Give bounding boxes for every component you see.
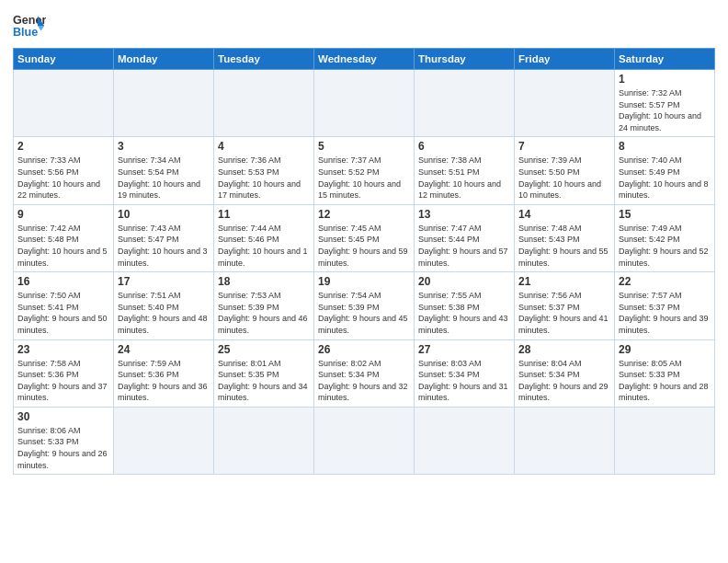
weekday-header-wednesday: Wednesday [314,49,415,70]
day-number: 3 [118,140,210,153]
day-cell: 15Sunrise: 7:49 AM Sunset: 5:42 PM Dayli… [615,204,715,271]
header: General Blue [13,9,715,42]
day-info: Sunrise: 7:42 AM Sunset: 5:48 PM Dayligh… [17,223,109,269]
day-cell: 29Sunrise: 8:05 AM Sunset: 5:33 PM Dayli… [615,339,715,407]
day-info: Sunrise: 7:56 AM Sunset: 5:37 PM Dayligh… [518,290,610,336]
day-info: Sunrise: 8:03 AM Sunset: 5:34 PM Dayligh… [418,358,510,404]
day-info: Sunrise: 7:34 AM Sunset: 5:54 PM Dayligh… [118,155,210,201]
day-number: 10 [118,208,210,221]
day-cell: 28Sunrise: 8:04 AM Sunset: 5:34 PM Dayli… [515,339,615,407]
day-cell: 11Sunrise: 7:44 AM Sunset: 5:46 PM Dayli… [214,204,314,271]
day-cell: 2Sunrise: 7:33 AM Sunset: 5:56 PM Daylig… [14,137,114,204]
day-cell: 14Sunrise: 7:48 AM Sunset: 5:43 PM Dayli… [515,204,615,271]
day-cell [415,407,515,474]
day-cell: 4Sunrise: 7:36 AM Sunset: 5:53 PM Daylig… [214,137,314,204]
svg-text:Blue: Blue [13,26,38,39]
day-cell: 9Sunrise: 7:42 AM Sunset: 5:48 PM Daylig… [14,204,114,271]
day-number: 14 [518,208,610,221]
day-info: Sunrise: 7:59 AM Sunset: 5:36 PM Dayligh… [118,358,210,404]
day-cell [14,70,114,137]
week-row-3: 16Sunrise: 7:50 AM Sunset: 5:41 PM Dayli… [14,272,715,339]
day-info: Sunrise: 7:58 AM Sunset: 5:36 PM Dayligh… [17,358,109,404]
calendar: SundayMondayTuesdayWednesdayThursdayFrid… [13,48,715,475]
day-info: Sunrise: 7:54 AM Sunset: 5:39 PM Dayligh… [318,290,410,336]
day-number: 2 [17,140,109,153]
day-number: 18 [218,275,310,288]
day-cell: 22Sunrise: 7:57 AM Sunset: 5:37 PM Dayli… [615,272,715,339]
day-number: 11 [218,208,310,221]
day-number: 28 [518,343,610,356]
day-number: 8 [619,140,711,153]
day-info: Sunrise: 7:51 AM Sunset: 5:40 PM Dayligh… [118,290,210,336]
day-cell: 16Sunrise: 7:50 AM Sunset: 5:41 PM Dayli… [14,272,114,339]
day-cell: 13Sunrise: 7:47 AM Sunset: 5:44 PM Dayli… [415,204,515,271]
day-info: Sunrise: 7:32 AM Sunset: 5:57 PM Dayligh… [619,87,711,133]
day-number: 25 [218,343,310,356]
day-info: Sunrise: 7:50 AM Sunset: 5:41 PM Dayligh… [17,290,109,336]
day-info: Sunrise: 8:04 AM Sunset: 5:34 PM Dayligh… [518,358,610,404]
day-cell: 24Sunrise: 7:59 AM Sunset: 5:36 PM Dayli… [114,339,214,407]
day-number: 24 [118,343,210,356]
weekday-header-saturday: Saturday [615,49,715,70]
day-number: 17 [118,275,210,288]
day-number: 16 [17,275,109,288]
day-number: 30 [17,410,109,423]
day-info: Sunrise: 7:43 AM Sunset: 5:47 PM Dayligh… [118,223,210,269]
day-number: 4 [218,140,310,153]
day-number: 22 [619,275,711,288]
page: General Blue SundayMondayTuesdayWednesda… [0,0,728,563]
day-info: Sunrise: 7:49 AM Sunset: 5:42 PM Dayligh… [619,223,711,269]
day-cell: 6Sunrise: 7:38 AM Sunset: 5:51 PM Daylig… [415,137,515,204]
day-info: Sunrise: 7:53 AM Sunset: 5:39 PM Dayligh… [218,290,310,336]
day-number: 20 [418,275,510,288]
day-number: 15 [619,208,711,221]
day-cell: 17Sunrise: 7:51 AM Sunset: 5:40 PM Dayli… [114,272,214,339]
day-info: Sunrise: 7:48 AM Sunset: 5:43 PM Dayligh… [518,223,610,269]
day-cell: 7Sunrise: 7:39 AM Sunset: 5:50 PM Daylig… [515,137,615,204]
day-number: 6 [418,140,510,153]
day-cell [515,407,615,474]
weekday-header-tuesday: Tuesday [214,49,314,70]
day-info: Sunrise: 7:39 AM Sunset: 5:50 PM Dayligh… [518,155,610,201]
day-info: Sunrise: 7:47 AM Sunset: 5:44 PM Dayligh… [418,223,510,269]
day-info: Sunrise: 7:37 AM Sunset: 5:52 PM Dayligh… [318,155,410,201]
day-info: Sunrise: 8:02 AM Sunset: 5:34 PM Dayligh… [318,358,410,404]
day-number: 19 [318,275,410,288]
day-cell: 3Sunrise: 7:34 AM Sunset: 5:54 PM Daylig… [114,137,214,204]
day-info: Sunrise: 7:55 AM Sunset: 5:38 PM Dayligh… [418,290,510,336]
day-cell: 25Sunrise: 8:01 AM Sunset: 5:35 PM Dayli… [214,339,314,407]
day-cell: 18Sunrise: 7:53 AM Sunset: 5:39 PM Dayli… [214,272,314,339]
day-number: 1 [619,73,711,86]
day-cell [114,70,214,137]
day-info: Sunrise: 8:05 AM Sunset: 5:33 PM Dayligh… [619,358,711,404]
day-number: 27 [418,343,510,356]
day-cell: 19Sunrise: 7:54 AM Sunset: 5:39 PM Dayli… [314,272,415,339]
day-cell [314,407,415,474]
day-number: 9 [17,208,109,221]
day-cell [415,70,515,137]
week-row-2: 9Sunrise: 7:42 AM Sunset: 5:48 PM Daylig… [14,204,715,271]
day-info: Sunrise: 7:36 AM Sunset: 5:53 PM Dayligh… [218,155,310,201]
day-cell: 26Sunrise: 8:02 AM Sunset: 5:34 PM Dayli… [314,339,415,407]
day-cell: 21Sunrise: 7:56 AM Sunset: 5:37 PM Dayli… [515,272,615,339]
day-cell: 5Sunrise: 7:37 AM Sunset: 5:52 PM Daylig… [314,137,415,204]
day-number: 21 [518,275,610,288]
day-number: 7 [518,140,610,153]
day-info: Sunrise: 7:45 AM Sunset: 5:45 PM Dayligh… [318,223,410,269]
weekday-header-monday: Monday [114,49,214,70]
day-cell: 23Sunrise: 7:58 AM Sunset: 5:36 PM Dayli… [14,339,114,407]
day-number: 23 [17,343,109,356]
logo: General Blue [13,9,50,42]
week-row-0: 1Sunrise: 7:32 AM Sunset: 5:57 PM Daylig… [14,70,715,137]
weekday-header-friday: Friday [515,49,615,70]
day-cell: 10Sunrise: 7:43 AM Sunset: 5:47 PM Dayli… [114,204,214,271]
day-info: Sunrise: 8:06 AM Sunset: 5:33 PM Dayligh… [17,425,109,471]
day-cell: 8Sunrise: 7:40 AM Sunset: 5:49 PM Daylig… [615,137,715,204]
day-cell [515,70,615,137]
day-cell [615,407,715,474]
day-cell: 1Sunrise: 7:32 AM Sunset: 5:57 PM Daylig… [615,70,715,137]
logo-icon: General Blue [13,9,46,42]
week-row-5: 30Sunrise: 8:06 AM Sunset: 5:33 PM Dayli… [14,407,715,474]
day-info: Sunrise: 7:57 AM Sunset: 5:37 PM Dayligh… [619,290,711,336]
day-info: Sunrise: 7:33 AM Sunset: 5:56 PM Dayligh… [17,155,109,201]
